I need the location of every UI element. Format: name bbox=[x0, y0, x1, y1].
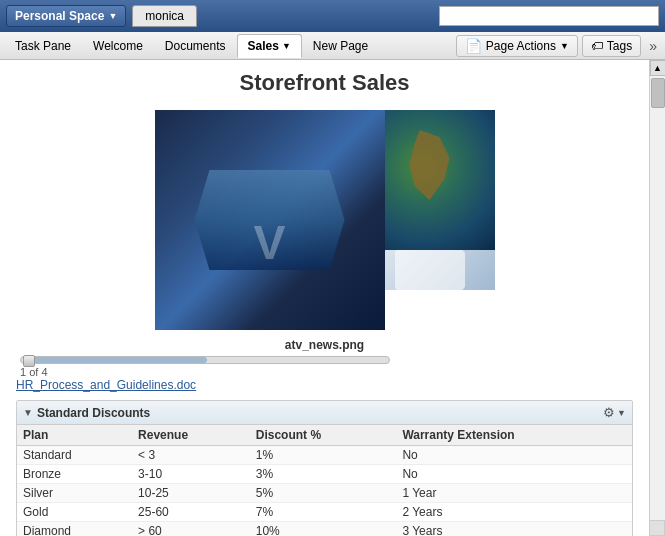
col-warranty: Warranty Extension bbox=[396, 425, 632, 446]
scroll-up-button[interactable]: ▲ bbox=[650, 60, 666, 76]
slider-thumb[interactable] bbox=[23, 355, 35, 367]
tab-new-page-label: New Page bbox=[313, 39, 368, 53]
cell-plan: Diamond bbox=[17, 522, 132, 537]
secondary-image bbox=[375, 250, 495, 290]
table-header-row: Plan Revenue Discount % Warranty Extensi… bbox=[17, 425, 632, 446]
col-discount: Discount % bbox=[250, 425, 397, 446]
page-actions-label: Page Actions bbox=[486, 39, 556, 53]
main-image bbox=[155, 110, 385, 330]
tab-task-pane[interactable]: Task Pane bbox=[4, 34, 82, 58]
table-body: Standard< 31%NoBronze3-103%NoSilver10-25… bbox=[17, 446, 632, 537]
cell-warranty: 2 Years bbox=[396, 503, 632, 522]
col-plan: Plan bbox=[17, 425, 132, 446]
table-title: Standard Discounts bbox=[37, 406, 603, 420]
nav-right-actions: 📄 Page Actions ▼ 🏷 Tags » bbox=[456, 35, 661, 57]
tags-icon: 🏷 bbox=[591, 39, 603, 53]
cell-warranty: 3 Years bbox=[396, 522, 632, 537]
image-caption: atv_news.png bbox=[16, 338, 633, 352]
table-row: Silver10-255%1 Year bbox=[17, 484, 632, 503]
page-count: 1 of 4 bbox=[16, 366, 633, 378]
cell-warranty: No bbox=[396, 465, 632, 484]
image-slider-container bbox=[16, 356, 633, 364]
cell-plan: Silver bbox=[17, 484, 132, 503]
table-header: ▼ Standard Discounts ⚙ ▼ bbox=[17, 401, 632, 425]
content-area: Storefront Sales atv_news.png 1 of 4 HR_… bbox=[0, 60, 649, 536]
page-actions-button[interactable]: 📄 Page Actions ▼ bbox=[456, 35, 578, 57]
table-row: Diamond> 6010%3 Years bbox=[17, 522, 632, 537]
vertical-scrollbar: ▲ ▼ bbox=[649, 60, 665, 536]
chevron-down-icon: ▼ bbox=[108, 11, 117, 21]
data-table: Plan Revenue Discount % Warranty Extensi… bbox=[17, 425, 632, 536]
cell-plan: Bronze bbox=[17, 465, 132, 484]
personal-space-button[interactable]: Personal Space ▼ bbox=[6, 5, 126, 27]
search-input[interactable] bbox=[439, 6, 659, 26]
cell-warranty: 1 Year bbox=[396, 484, 632, 503]
cell-discount: 5% bbox=[250, 484, 397, 503]
cell-discount: 7% bbox=[250, 503, 397, 522]
tags-button[interactable]: 🏷 Tags bbox=[582, 35, 641, 57]
table-row: Standard< 31%No bbox=[17, 446, 632, 465]
user-tab[interactable]: monica bbox=[132, 5, 197, 27]
page-actions-icon: 📄 bbox=[465, 38, 482, 54]
table-row: Bronze3-103%No bbox=[17, 465, 632, 484]
cell-discount: 3% bbox=[250, 465, 397, 484]
scroll-thumb[interactable] bbox=[651, 78, 665, 108]
user-name-label: monica bbox=[145, 9, 184, 23]
cell-revenue: 3-10 bbox=[132, 465, 250, 484]
nav-bar: Task Pane Welcome Documents Sales ▼ New … bbox=[0, 32, 665, 60]
table-row: Gold25-607%2 Years bbox=[17, 503, 632, 522]
tab-welcome-label: Welcome bbox=[93, 39, 143, 53]
main-content: Storefront Sales atv_news.png 1 of 4 HR_… bbox=[0, 60, 665, 536]
tab-sales-label: Sales bbox=[248, 39, 279, 53]
top-bar: Personal Space ▼ monica bbox=[0, 0, 665, 32]
cell-revenue: > 60 bbox=[132, 522, 250, 537]
page-actions-arrow-icon: ▼ bbox=[560, 41, 569, 51]
tags-label: Tags bbox=[607, 39, 632, 53]
globe-image bbox=[375, 110, 495, 250]
scrollbar-corner bbox=[649, 520, 665, 536]
cell-revenue: 10-25 bbox=[132, 484, 250, 503]
tab-documents-label: Documents bbox=[165, 39, 226, 53]
file-link[interactable]: HR_Process_and_Guidelines.doc bbox=[16, 378, 633, 392]
col-revenue: Revenue bbox=[132, 425, 250, 446]
tab-task-pane-label: Task Pane bbox=[15, 39, 71, 53]
personal-space-label: Personal Space bbox=[15, 9, 104, 23]
slider-fill bbox=[23, 357, 207, 363]
cell-warranty: No bbox=[396, 446, 632, 465]
tab-sales[interactable]: Sales ▼ bbox=[237, 34, 302, 58]
table-settings-button[interactable]: ⚙ ▼ bbox=[603, 405, 626, 420]
cell-revenue: < 3 bbox=[132, 446, 250, 465]
tab-welcome[interactable]: Welcome bbox=[82, 34, 154, 58]
cell-discount: 10% bbox=[250, 522, 397, 537]
tab-new-page[interactable]: New Page bbox=[302, 34, 379, 58]
cell-discount: 1% bbox=[250, 446, 397, 465]
overlay-images bbox=[375, 110, 495, 290]
gear-icon: ⚙ bbox=[603, 405, 615, 420]
page-title: Storefront Sales bbox=[16, 70, 633, 96]
nav-scroll-right-button[interactable]: » bbox=[645, 36, 661, 56]
table-collapse-icon[interactable]: ▼ bbox=[23, 407, 33, 418]
tab-documents[interactable]: Documents bbox=[154, 34, 237, 58]
table-section: ▼ Standard Discounts ⚙ ▼ Plan Revenue Di… bbox=[16, 400, 633, 536]
slider-track[interactable] bbox=[20, 356, 390, 364]
cell-plan: Standard bbox=[17, 446, 132, 465]
cell-revenue: 25-60 bbox=[132, 503, 250, 522]
cell-plan: Gold bbox=[17, 503, 132, 522]
image-gallery bbox=[16, 110, 633, 330]
settings-dropdown-icon: ▼ bbox=[617, 408, 626, 418]
tab-sales-dropdown-icon: ▼ bbox=[282, 41, 291, 51]
